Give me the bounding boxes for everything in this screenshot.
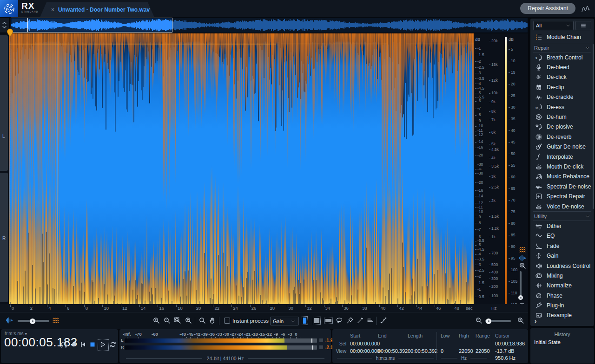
module-item-de-clip[interactable]: De-clip — [530, 82, 594, 92]
module-item-music-rebalance[interactable]: Music Rebalance — [530, 172, 594, 182]
axis-tick: -2.5 — [475, 268, 484, 273]
module-item-de-ess[interactable]: ssDe-ess — [530, 102, 594, 112]
repair-assistant-button[interactable]: Repair Assistant — [520, 3, 575, 14]
stop-button[interactable] — [89, 341, 97, 349]
module-item-fade[interactable]: Fade — [530, 241, 594, 251]
module-item-de-bleed[interactable]: De-bleed — [530, 62, 594, 72]
time-tick-label: 42 — [399, 306, 404, 311]
magic-wand-tool-icon[interactable] — [357, 317, 365, 325]
zoom-out-icon[interactable] — [163, 317, 172, 325]
view-blend-knob[interactable] — [30, 318, 35, 324]
waveform-view-icon[interactable] — [517, 254, 528, 262]
module-item-de-click[interactable]: De-click — [530, 72, 594, 82]
module-menu-button[interactable] — [575, 21, 591, 30]
module-item-plug-in[interactable]: Plug-in — [530, 300, 594, 310]
grab-tool-icon[interactable] — [209, 317, 217, 325]
view-blend-slider[interactable] — [18, 317, 49, 325]
spectrogram-view-icon[interactable] — [517, 246, 528, 254]
module-item-de-plosive[interactable]: De-plosive — [530, 122, 594, 132]
axis-tick: 75 — [509, 209, 515, 214]
sidebar-scrollbar[interactable] — [593, 44, 594, 209]
vertical-zoom-knob[interactable] — [518, 295, 523, 300]
document-tab[interactable]: × Unwanted - Door Number Two.wav — [40, 2, 154, 17]
transport-panel: h:m:s.ms ▾ 00:00:05.183 — [1, 329, 118, 363]
module-item-de-reverb[interactable]: De-reverb — [530, 132, 594, 142]
sidebar-expand-icon[interactable]: › — [535, 318, 536, 325]
module-filter-select[interactable]: All — [533, 21, 574, 30]
tab-title: Unwanted - Door Number Two.wav — [58, 6, 150, 13]
module-item-spectral-repair[interactable]: Spectral Repair — [530, 191, 594, 201]
zoom-in-icon[interactable] — [152, 317, 161, 325]
module-item-gain[interactable]: Gain — [530, 251, 594, 260]
axis-tick: 10k — [489, 91, 498, 95]
meter-row-left: L -1.9 — [121, 338, 333, 343]
meter-scale-label: -70 — [135, 332, 142, 337]
time-selection-tool[interactable] — [303, 318, 306, 324]
section-header-repair[interactable]: Repair — [533, 43, 591, 52]
zoom-selection-icon[interactable] — [174, 317, 182, 325]
module-item-mouth-de-click[interactable]: Mouth De-click — [530, 162, 594, 171]
lasso-tool-icon[interactable] — [336, 317, 344, 325]
meter-scale-label: -18 — [251, 332, 258, 337]
meter-scale-label: -36 — [208, 332, 215, 337]
record-button[interactable] — [70, 341, 79, 349]
module-item-de-hum[interactable]: De-hum — [530, 112, 594, 122]
playhead-marker-icon[interactable] — [7, 28, 13, 37]
waveform-mode-icon[interactable] — [6, 317, 14, 325]
axis-tick: -10 — [475, 209, 483, 214]
module-item-spectral-de-noise[interactable]: Spectral De-noise — [530, 182, 594, 191]
frequency-selection-tool[interactable] — [325, 319, 331, 322]
time-tick-label: 22 — [214, 306, 219, 311]
flatten-tool-icon[interactable] — [366, 317, 375, 325]
process-mode-select[interactable]: Gain — [270, 317, 299, 325]
time-tick-label: 30 — [288, 306, 293, 311]
module-item-resample[interactable]: Resample — [530, 311, 594, 320]
history-item[interactable]: Initial State — [534, 339, 594, 345]
channel-strip-left[interactable] — [0, 35, 8, 171]
meter-scale-label: -Inf. — [123, 332, 131, 337]
zoom-reset-icon[interactable] — [185, 317, 193, 325]
module-item-eq[interactable]: EQ — [530, 231, 594, 241]
module-item-phase[interactable]: Phase — [530, 291, 594, 300]
module-item-breath-control[interactable]: sBreath Control — [530, 52, 594, 62]
module-item-mixing[interactable]: Mixing — [530, 271, 594, 280]
time-tick-label: 44 — [417, 306, 423, 311]
time-tick-label: 2 — [30, 306, 33, 311]
vertical-zoom-slider[interactable] — [519, 271, 522, 300]
module-item-guitar-de-noise[interactable]: Guitar De-noise — [530, 142, 594, 152]
time-tick-label: 26 — [251, 306, 257, 311]
clip-indicator-right[interactable] — [319, 345, 323, 349]
instant-process-checkbox[interactable] — [224, 318, 230, 324]
play-button[interactable] — [99, 341, 107, 349]
module-item-loudness-control[interactable]: Loudness Control — [530, 261, 594, 271]
spectrogram-mode-icon[interactable] — [52, 317, 60, 325]
axis-tick: 80 — [509, 221, 515, 226]
time-frequency-selection-tool[interactable] — [314, 318, 319, 323]
monitor-button[interactable] — [60, 341, 68, 349]
horizontal-zoom-slider[interactable] — [485, 317, 511, 325]
module-item-interpolate[interactable]: Interpolate — [530, 152, 594, 162]
module-item-normalize[interactable]: Normalize — [530, 281, 594, 291]
module-chain-item[interactable]: Module Chain — [530, 32, 594, 43]
go-to-start-button[interactable] — [79, 341, 88, 349]
module-item-dither[interactable]: Dither — [530, 221, 594, 231]
magnifier-tool-icon[interactable] — [198, 317, 207, 325]
section-header-utility[interactable]: Utility — [533, 211, 591, 221]
signal-chain-icon[interactable] — [380, 317, 388, 325]
vertical-zoom-in-icon[interactable] — [517, 262, 528, 269]
spectrogram-display[interactable] — [9, 33, 474, 304]
module-item-de-crackle[interactable]: De-crackle — [530, 92, 594, 102]
axis-tick: 45 — [509, 140, 515, 144]
axis-tick: 105 — [509, 279, 517, 284]
horizontal-zoom-knob[interactable] — [486, 318, 491, 324]
brush-tool-icon[interactable] — [346, 317, 355, 325]
horizontal-zoom-out-icon[interactable] — [475, 317, 483, 325]
waveform-overview[interactable] — [11, 18, 528, 32]
tab-close-icon[interactable]: × — [51, 6, 54, 13]
time-ruler[interactable]: 0246810121416182022242628303234363840424… — [0, 304, 528, 312]
time-tick-label: 46 — [436, 306, 441, 311]
loop-button[interactable] — [109, 341, 118, 349]
module-item-voice-de-noise[interactable]: Voice De-noise — [530, 202, 594, 211]
horizontal-zoom-in-icon[interactable] — [517, 317, 525, 325]
clip-indicator-left[interactable] — [319, 338, 323, 342]
